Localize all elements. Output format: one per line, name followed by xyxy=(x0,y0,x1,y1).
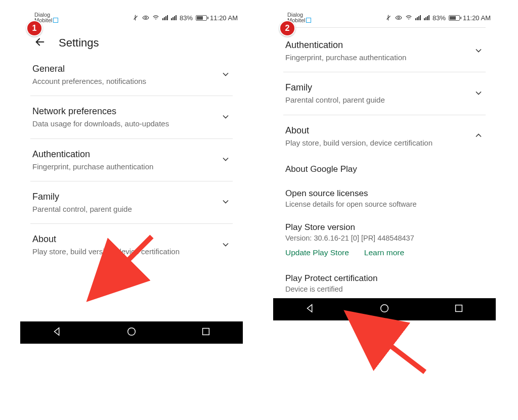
row-sub: Play store, build version, device certif… xyxy=(32,247,214,257)
eye-icon xyxy=(395,14,402,21)
settings-row-network[interactable]: Network preferences Data usage for downl… xyxy=(30,96,233,138)
screenshot-2: 2 Dialog Mobitel 83% 1 xyxy=(273,9,496,344)
row-sub: Fingerprint, purchase authentication xyxy=(285,53,467,63)
svg-point-4 xyxy=(128,328,136,336)
step-badge-2: 2 xyxy=(279,20,295,36)
row-sub: Play store, build version, device certif… xyxy=(285,138,467,148)
item-sub: Device is certified xyxy=(285,285,484,293)
notification-icon xyxy=(306,18,311,23)
back-button[interactable] xyxy=(34,36,46,50)
nav-back-button[interactable] xyxy=(52,326,63,339)
settings-row-general[interactable]: General Account preferences, notificatio… xyxy=(30,54,233,96)
nav-back-button[interactable] xyxy=(305,303,316,316)
signal-2-icon xyxy=(424,15,429,20)
row-title: About xyxy=(32,234,214,245)
android-nav-bar xyxy=(20,321,243,344)
wifi-icon xyxy=(405,14,412,21)
chevron-down-icon xyxy=(221,112,231,124)
nav-home-button[interactable] xyxy=(379,303,390,316)
learn-more-link[interactable]: Learn more xyxy=(364,248,404,257)
status-bar: Dialog Mobitel 83% 11:20 AM xyxy=(273,9,496,24)
settings-row-authentication[interactable]: Authentication Fingerprint, purchase aut… xyxy=(30,139,233,181)
row-sub: Parental control, parent guide xyxy=(285,95,467,105)
settings-row-authentication[interactable]: Authentication Fingerprint, purchase aut… xyxy=(283,30,486,72)
page-title: Settings xyxy=(59,36,99,50)
row-title: About xyxy=(285,125,467,136)
row-title: Authentication xyxy=(285,40,467,51)
battery-icon xyxy=(449,15,460,21)
battery-percent: 83% xyxy=(433,14,446,22)
screenshot-1: 1 Dialog Mobitel 83% 1 xyxy=(20,9,243,344)
chevron-down-icon xyxy=(473,88,484,100)
mute-icon xyxy=(132,14,139,21)
notification-icon xyxy=(53,18,58,23)
status-bar: Dialog Mobitel 83% 11:20 AM xyxy=(20,9,243,24)
row-sub: Fingerprint, purchase authentication xyxy=(32,162,214,172)
row-sub: Account preferences, notifications xyxy=(32,76,214,86)
svg-point-9 xyxy=(381,304,388,312)
chevron-up-icon xyxy=(473,130,484,143)
wifi-icon xyxy=(152,14,159,21)
play-protect-certification: Play Protect certification Device is cer… xyxy=(283,266,486,295)
item-sub: Version: 30.6.16-21 [0] [PR] 448548437 xyxy=(285,234,484,242)
row-sub: Parental control, parent guide xyxy=(32,204,214,214)
svg-marker-3 xyxy=(55,328,59,336)
clock: 11:20 AM xyxy=(210,14,238,22)
signal-2-icon xyxy=(171,15,177,20)
row-sub: Data usage for downloads, auto-updates xyxy=(32,119,214,129)
settings-row-about[interactable]: About Play store, build version, device … xyxy=(283,115,486,157)
nav-recents-button[interactable] xyxy=(453,303,464,316)
step-badge-1: 1 xyxy=(26,20,42,36)
settings-row-about[interactable]: About Play store, build version, device … xyxy=(30,224,233,266)
about-google-play-heading: About Google Play xyxy=(283,157,486,181)
chevron-down-icon xyxy=(221,154,231,166)
item-title: Play Store version xyxy=(285,222,484,232)
svg-rect-5 xyxy=(202,329,209,335)
row-title: Family xyxy=(285,82,467,93)
battery-icon xyxy=(196,15,207,21)
nav-recents-button[interactable] xyxy=(200,326,211,339)
battery-percent: 83% xyxy=(180,14,193,22)
chevron-down-icon xyxy=(221,69,231,81)
row-title: Authentication xyxy=(32,149,214,160)
chevron-down-icon xyxy=(221,197,231,209)
item-title: Open source licenses xyxy=(285,189,484,199)
svg-line-7 xyxy=(372,332,425,372)
row-title: Family xyxy=(32,192,214,202)
signal-1-icon xyxy=(415,15,421,20)
annotation-arrow xyxy=(359,321,435,384)
item-sub: License details for open source software xyxy=(285,200,484,208)
chevron-down-icon xyxy=(473,45,484,58)
open-source-licenses[interactable]: Open source licenses License details for… xyxy=(283,181,486,215)
clock: 11:20 AM xyxy=(463,14,491,22)
app-bar: Settings xyxy=(20,24,243,54)
chevron-down-icon xyxy=(221,240,231,252)
settings-row-family[interactable]: Family Parental control, parent guide xyxy=(283,72,486,115)
play-store-version: Play Store version Version: 30.6.16-21 [… xyxy=(283,215,486,244)
nav-home-button[interactable] xyxy=(126,326,137,339)
item-title: Play Protect certification xyxy=(285,273,484,284)
svg-point-6 xyxy=(398,17,400,19)
signal-1-icon xyxy=(162,15,168,20)
svg-point-0 xyxy=(145,17,147,19)
svg-marker-8 xyxy=(308,304,312,312)
row-title: General xyxy=(32,64,214,74)
svg-rect-10 xyxy=(455,305,462,311)
mute-icon xyxy=(385,14,392,21)
settings-row-family[interactable]: Family Parental control, parent guide xyxy=(30,181,233,224)
update-play-store-link[interactable]: Update Play Store xyxy=(285,248,349,257)
eye-icon xyxy=(142,14,149,21)
android-nav-bar xyxy=(273,298,496,320)
row-title: Network preferences xyxy=(32,106,214,117)
